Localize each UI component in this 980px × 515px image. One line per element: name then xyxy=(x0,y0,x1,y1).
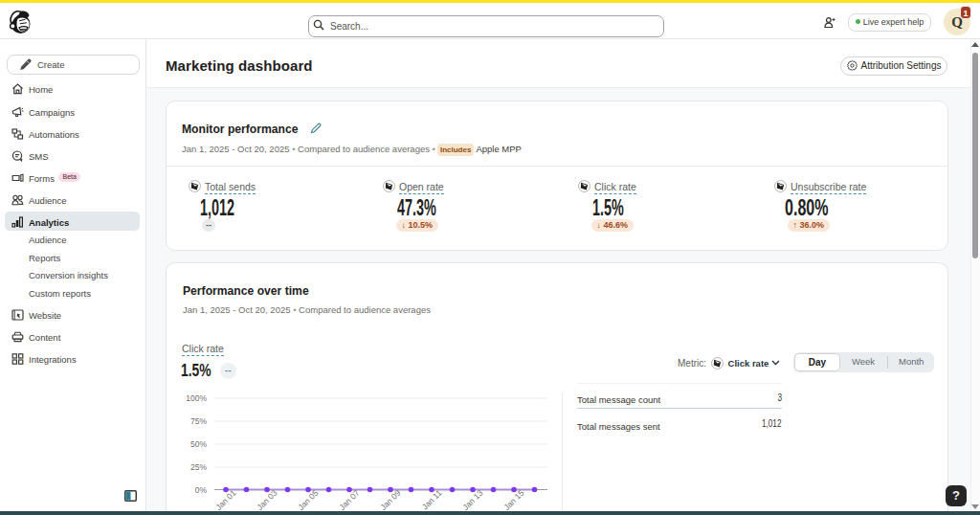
svg-text:0%: 0% xyxy=(195,485,208,495)
svg-text:100%: 100% xyxy=(186,393,207,403)
svg-text:75%: 75% xyxy=(190,416,207,426)
svg-text:25%: 25% xyxy=(190,462,207,472)
svg-text:50%: 50% xyxy=(190,439,207,449)
